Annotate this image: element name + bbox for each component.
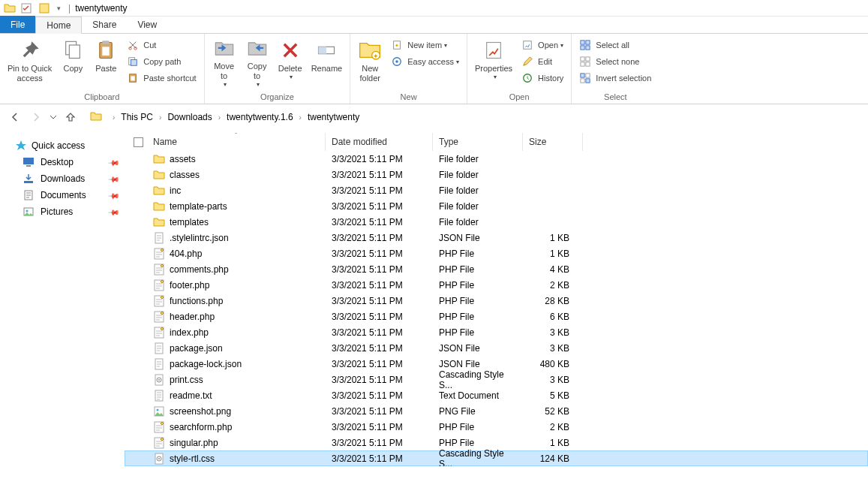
qat-properties[interactable] <box>18 1 35 16</box>
column-type[interactable]: Type <box>433 133 523 151</box>
qat-chevron-icon[interactable]: ▾ <box>57 5 61 12</box>
file-name: inc <box>170 185 181 196</box>
tab-view[interactable]: View <box>127 16 167 33</box>
file-date: 3/3/2021 5:11 PM <box>326 453 433 464</box>
svg-text:✦: ✦ <box>395 43 399 48</box>
paste-button[interactable]: Paste <box>89 35 122 88</box>
back-button[interactable] <box>6 108 24 126</box>
paste-shortcut-icon <box>127 72 139 84</box>
edit-button[interactable]: Edit <box>517 53 568 70</box>
file-row[interactable]: assets3/3/2021 5:11 PMFile folder <box>125 151 868 167</box>
up-button[interactable] <box>62 108 80 126</box>
open-button[interactable]: Open ▾ <box>517 37 568 53</box>
new-item-button[interactable]: ✦ New item ▾ <box>386 37 464 53</box>
breadcrumb-item[interactable]: This PC <box>119 112 155 122</box>
file-size: 480 KB <box>523 359 583 369</box>
copy-button[interactable]: Copy <box>56 35 89 88</box>
new-folder-button[interactable]: ✦ New folder <box>353 35 386 88</box>
sidebar-item-desktop[interactable]: Desktop 📌 <box>20 154 122 170</box>
delete-button[interactable]: Delete ▾ <box>274 35 307 88</box>
history-button[interactable]: History <box>517 70 568 86</box>
copy-path-button[interactable]: Copy path <box>122 53 200 70</box>
file-list: Name ˆ Date modified Type Size assets3/3… <box>125 130 868 499</box>
sidebar-quick-access[interactable]: Quick access <box>6 137 122 154</box>
pin-icon: 📌 <box>108 189 120 201</box>
file-name: .stylelintrc.json <box>170 233 229 243</box>
tab-home[interactable]: Home <box>35 17 82 34</box>
ribbon-group-select: Select all Select none Invert selection … <box>572 34 659 104</box>
file-row[interactable]: header.php3/3/2021 5:11 PMPHP File6 KB <box>125 309 868 324</box>
chevron-right-icon[interactable]: › <box>214 113 225 122</box>
file-row[interactable]: 404.php3/3/2021 5:11 PMPHP File1 KB <box>125 245 868 261</box>
pin-to-quick-access-button[interactable]: Pin to Quick access <box>3 35 56 88</box>
chevron-right-icon[interactable]: › <box>155 113 166 122</box>
file-date: 3/3/2021 5:11 PM <box>326 201 433 212</box>
properties-button[interactable]: Properties ▾ <box>470 35 517 88</box>
breadcrumb-item[interactable]: twentytwenty <box>306 112 361 122</box>
file-type: PHP File <box>433 296 523 306</box>
file-date: 3/3/2021 5:11 PM <box>326 390 433 401</box>
sidebar-item-documents[interactable]: Documents 📌 <box>20 187 122 203</box>
file-row[interactable]: templates3/3/2021 5:11 PMFile folder <box>125 214 868 230</box>
file-row[interactable]: searchform.php3/3/2021 5:11 PMPHP File2 … <box>125 419 868 435</box>
file-type: JSON File <box>433 233 523 243</box>
file-row[interactable]: readme.txt3/3/2021 5:11 PMText Document5… <box>125 387 868 403</box>
column-size[interactable]: Size <box>523 133 583 151</box>
file-row[interactable]: .stylelintrc.json3/3/2021 5:11 PMJSON Fi… <box>125 230 868 245</box>
php-icon <box>153 311 165 323</box>
txt-icon <box>153 390 165 402</box>
svg-rect-35 <box>586 79 590 83</box>
svg-rect-38 <box>24 181 33 183</box>
forward-button[interactable] <box>27 108 45 126</box>
file-row[interactable]: package.json3/3/2021 5:11 PMJSON File3 K… <box>125 340 868 356</box>
chevron-right-icon[interactable]: › <box>108 113 119 122</box>
file-row[interactable]: footer.php3/3/2021 5:11 PMPHP File2 KB <box>125 277 868 293</box>
column-date[interactable]: Date modified <box>326 133 433 151</box>
svg-rect-32 <box>581 74 584 77</box>
file-row[interactable]: inc3/3/2021 5:11 PMFile folder <box>125 182 868 198</box>
file-row[interactable]: classes3/3/2021 5:11 PMFile folder <box>125 167 868 182</box>
breadcrumb-item[interactable]: twentytwenty.1.6 <box>225 112 295 122</box>
cut-button[interactable]: Cut <box>122 37 200 53</box>
easy-access-button[interactable]: Easy access ▾ <box>386 53 464 70</box>
file-row[interactable]: functions.php3/3/2021 5:11 PMPHP File28 … <box>125 293 868 309</box>
select-all-button[interactable]: Select all <box>575 37 656 53</box>
file-size: 1 KB <box>523 438 583 448</box>
navigation-pane: Quick access Desktop 📌 Downloads 📌 Docum… <box>0 130 125 499</box>
invert-selection-button[interactable]: Invert selection <box>575 70 656 86</box>
file-name: footer.php <box>170 280 209 291</box>
json-icon <box>153 232 165 244</box>
column-checkbox[interactable] <box>129 133 147 151</box>
chevron-down-icon: ▾ <box>444 42 447 49</box>
sidebar-item-pictures[interactable]: Pictures 📌 <box>20 203 122 220</box>
delete-icon <box>278 38 302 62</box>
file-row[interactable]: template-parts3/3/2021 5:11 PMFile folde… <box>125 198 868 214</box>
file-row[interactable]: comments.php3/3/2021 5:11 PMPHP File4 KB <box>125 261 868 277</box>
svg-rect-12 <box>131 76 135 80</box>
desktop-icon <box>23 156 35 168</box>
invert-selection-icon <box>579 72 591 84</box>
move-to-button[interactable]: Move to ▾ <box>208 35 241 88</box>
tab-share[interactable]: Share <box>82 16 127 33</box>
qat-dropdown[interactable] <box>36 1 53 16</box>
select-none-button[interactable]: Select none <box>575 53 656 70</box>
rename-button[interactable]: Rename <box>307 35 347 88</box>
paste-shortcut-button[interactable]: Paste shortcut <box>122 70 200 86</box>
file-row[interactable]: index.php3/3/2021 5:11 PMPHP File3 KB <box>125 324 868 340</box>
recent-locations-button[interactable] <box>48 108 59 126</box>
column-name[interactable]: Name ˆ <box>147 133 326 151</box>
ribbon-label-clipboard: Clipboard <box>3 91 201 104</box>
breadcrumb[interactable]: › This PC › Downloads › twentytwenty.1.6… <box>90 110 361 124</box>
sidebar-item-downloads[interactable]: Downloads 📌 <box>20 170 122 187</box>
chevron-right-icon[interactable]: › <box>295 113 306 122</box>
file-row[interactable]: print.css3/3/2021 5:11 PMCascading Style… <box>125 372 868 387</box>
file-size: 28 KB <box>523 296 583 306</box>
pictures-icon <box>23 206 35 218</box>
file-row[interactable]: style-rtl.css3/3/2021 5:11 PMCascading S… <box>125 450 868 466</box>
copy-to-button[interactable]: Copy to ▾ <box>241 35 274 88</box>
breadcrumb-item[interactable]: Downloads <box>166 112 213 122</box>
file-row[interactable]: screenshot.png3/3/2021 5:11 PMPNG File52… <box>125 403 868 419</box>
file-size: 1 KB <box>523 248 583 259</box>
easy-access-icon <box>391 56 403 68</box>
tab-file[interactable]: File <box>0 16 35 33</box>
